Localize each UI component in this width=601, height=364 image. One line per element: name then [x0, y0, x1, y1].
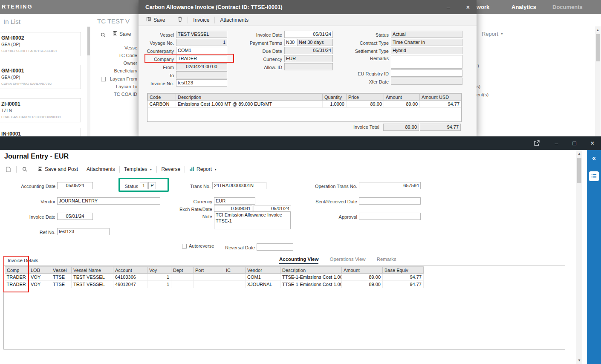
table-row[interactable]: TRADERVOYTTSETEST VESSEL460120471XJOURNA… — [5, 281, 424, 288]
payment-terms-code-input[interactable]: N30 — [284, 39, 296, 46]
list-scrollbar-thumb[interactable] — [87, 27, 90, 55]
tab-invoice[interactable]: Invoice — [193, 17, 209, 23]
tab-operations-view[interactable]: Operations View — [329, 257, 365, 264]
table-row[interactable]: CARBONEmissions Cost 1.000 MT @ 89.000 E… — [148, 101, 462, 108]
eu-registry-id-field: EU Registry ID — [350, 69, 462, 77]
invoice-date-input[interactable]: 05/01/24 — [284, 31, 333, 38]
contract-type-input[interactable]: Time Charter In — [391, 39, 462, 46]
list-item[interactable]: ZI-I0001 TZI N ERAL GAS CARRIER CORPO/V5… — [0, 98, 81, 122]
app-title: RTERING — [2, 3, 33, 10]
reversal-date-field: Reversal Date — [221, 243, 293, 251]
from-label: From — [143, 64, 174, 70]
list-item[interactable]: GM-I0001 GEA (OP) CURIA SHIPPING SARL/V5… — [0, 65, 81, 89]
report-icon — [189, 166, 194, 173]
invoice-form-col3: Status Actual Contract Type Time Charter… — [350, 31, 462, 86]
list-scrollbar[interactable] — [87, 26, 90, 136]
nav-item-analytics[interactable]: Analytics — [511, 4, 536, 10]
allow-id-field: Allow. ID — [247, 63, 333, 70]
tc-laycan-to-label: Laycan To — [90, 84, 137, 89]
cell: TRADER — [5, 281, 29, 288]
list-item[interactable]: IN-I0001 — [0, 128, 81, 136]
tc-search-button[interactable] — [99, 31, 107, 39]
status-input-1[interactable]: 1 — [140, 182, 147, 189]
delete-button[interactable] — [178, 17, 182, 23]
templates-menu[interactable]: Templates ▼ — [124, 166, 153, 172]
eu-registry-id-input[interactable] — [391, 69, 462, 77]
dialog-titlebar[interactable]: Carbon Allowance Invoice (Contract ID: T… — [139, 0, 477, 14]
currency-input[interactable]: EUR — [214, 197, 255, 205]
to-input[interactable] — [176, 71, 227, 78]
remarks-input[interactable] — [391, 55, 462, 69]
accounting-date-input[interactable]: 05/05/24 — [57, 182, 93, 189]
nav-item-network[interactable]: work — [477, 4, 489, 10]
ref-no-input[interactable]: test123 — [57, 228, 110, 235]
right-panel-scrollbar-thumb[interactable] — [596, 34, 600, 61]
invoice-date-input[interactable]: 05/01/24 — [57, 213, 93, 220]
search-icon[interactable] — [21, 165, 29, 173]
invoice-no-input[interactable]: test123 — [176, 79, 227, 87]
invoice-date-label: Invoice Date — [247, 32, 282, 38]
autoreverse-checkbox[interactable] — [182, 244, 187, 248]
trans-no-input[interactable]: 24TRAD0000001N — [212, 182, 266, 189]
currency-input[interactable]: EUR — [284, 55, 333, 62]
reversal-date-input[interactable] — [257, 243, 293, 251]
right-panel-scrollbar[interactable]: ▲ — [595, 26, 601, 136]
table-row[interactable]: TRADERVOYTTSETEST VESSEL641033061COM1TTS… — [5, 274, 424, 281]
tc-save-button[interactable]: Save — [113, 31, 131, 37]
list-item-caption: SOPHIE/ SCHIFFFAHRTSG/C33107 — [1, 49, 77, 53]
reverse-button[interactable]: Reverse — [161, 166, 180, 172]
operation-trans-no-input[interactable]: 657584 — [359, 182, 421, 189]
window-titlebar[interactable]: – □ × — [0, 136, 601, 150]
column-header: LOB — [29, 267, 51, 274]
accounting-date-field: Accounting Date 05/05/24 — [5, 182, 93, 189]
nav-item-documents[interactable]: Documents — [552, 4, 583, 10]
close-icon[interactable]: × — [591, 140, 594, 146]
voyage-no-input[interactable]: 1 — [176, 39, 227, 46]
tab-accounting-view[interactable]: Accounting View — [279, 257, 318, 264]
vendor-input[interactable]: JOURNAL ENTRY — [57, 197, 160, 205]
cell: 1 — [147, 281, 171, 288]
maximize-icon[interactable]: □ — [572, 140, 576, 146]
note-input[interactable]: TCI Emission Allowance Invoice TTSE-1 — [214, 211, 291, 229]
report-menu[interactable]: Report ▼ — [189, 166, 217, 173]
popout-icon[interactable] — [533, 139, 540, 147]
approval-field: Approval — [312, 213, 421, 220]
settlement-type-input[interactable]: Hybrid — [391, 47, 462, 54]
scroll-up-icon[interactable]: ▲ — [576, 152, 582, 156]
properties-panel-icon[interactable] — [589, 171, 599, 181]
status-input-2[interactable]: P — [148, 182, 156, 189]
column-header: Base Equiv — [383, 267, 424, 274]
scroll-down-icon[interactable]: ▼ — [576, 358, 582, 362]
operation-trans-no-label: Operation Trans No. — [312, 183, 357, 189]
approval-input[interactable] — [359, 213, 421, 220]
minimize-icon[interactable]: – — [555, 140, 558, 146]
company-input[interactable]: TRADER — [176, 55, 227, 62]
new-document-icon[interactable] — [4, 165, 12, 173]
save-and-post-label: Save and Post — [45, 166, 78, 172]
allow-id-input[interactable] — [284, 63, 333, 70]
attachments-button[interactable]: Attachments — [87, 166, 115, 172]
close-icon[interactable]: × — [466, 4, 470, 11]
column-header: Port — [194, 267, 224, 274]
collapse-panel-icon[interactable]: « — [587, 154, 601, 162]
save-and-post-button[interactable]: Save and Post — [38, 166, 78, 173]
company-field: Company TRADER — [143, 55, 227, 62]
due-date-input[interactable]: 05/31/24 — [284, 47, 333, 54]
tab-remarks[interactable]: Remarks — [377, 257, 396, 264]
status-input[interactable]: Actual — [391, 31, 462, 38]
from-input[interactable]: 02/04/24 00:00 — [176, 63, 227, 70]
report-menu-background[interactable]: Report ▼ — [482, 31, 503, 37]
scroll-up-icon[interactable]: ▲ — [595, 28, 601, 32]
list-item[interactable]: GM-I0002 GEA (OP) SOPHIE/ SCHIFFFAHRTSG/… — [0, 32, 81, 56]
sent-received-date-input[interactable] — [359, 197, 421, 205]
xfer-date-input[interactable] — [391, 78, 462, 85]
vessel-input[interactable]: TEST VESSEL — [176, 31, 227, 38]
journal-scrollbar[interactable]: ▲ ▼ — [576, 150, 582, 364]
invoice-line-items-body: CARBONEmissions Cost 1.000 MT @ 89.000 E… — [148, 101, 462, 108]
tab-attachments[interactable]: Attachments — [220, 17, 248, 23]
journal-scrollbar-thumb[interactable] — [577, 158, 581, 183]
save-button[interactable]: Save — [146, 17, 165, 23]
minimize-icon[interactable]: – — [447, 4, 450, 11]
to-label: To — [143, 72, 174, 78]
counterparty-input[interactable]: COM1 — [176, 47, 227, 54]
